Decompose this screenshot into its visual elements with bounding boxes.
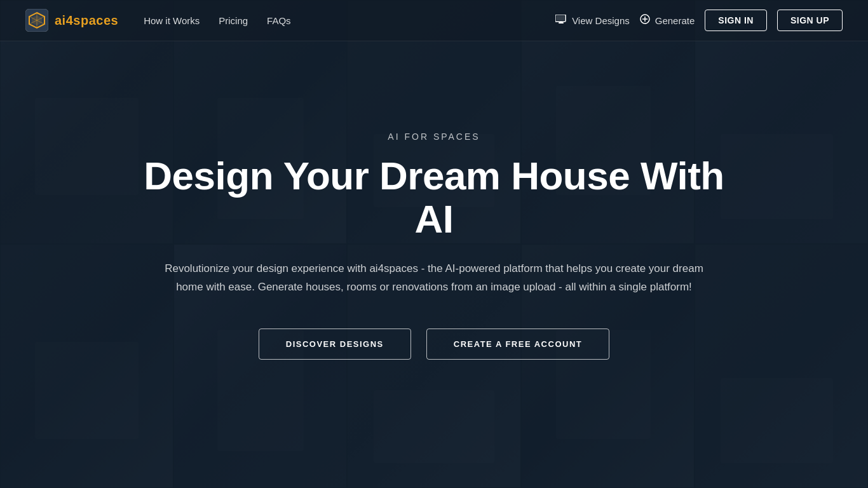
- hero-title: Design Your Dream House With AI: [127, 154, 741, 241]
- generate-icon: [640, 14, 650, 27]
- logo-text: ai4spaces: [55, 13, 118, 28]
- navbar-right: View Designs Generate SIGN IN SIGN UP: [555, 10, 843, 31]
- view-designs-action[interactable]: View Designs: [555, 15, 630, 26]
- nav-link-faqs[interactable]: FAQs: [267, 15, 291, 26]
- hero-description: Revolutionize your design experience wit…: [161, 260, 707, 297]
- svg-rect-7: [557, 16, 564, 20]
- nav-link-pricing[interactable]: Pricing: [219, 15, 248, 26]
- discover-designs-button[interactable]: DISCOVER DESIGNS: [259, 329, 411, 360]
- hero-buttons: DISCOVER DESIGNS CREATE A FREE ACCOUNT: [259, 329, 609, 360]
- logo-icon: [25, 9, 48, 32]
- navbar: ai4spaces How it Works Pricing FAQs View…: [0, 0, 868, 41]
- view-designs-label: View Designs: [572, 15, 630, 26]
- logo-text-4spaces: 4spaces: [66, 13, 118, 27]
- navbar-left: ai4spaces How it Works Pricing FAQs: [25, 9, 291, 32]
- svg-rect-9: [560, 22, 562, 23]
- signin-button[interactable]: SIGN IN: [705, 10, 767, 31]
- generate-action[interactable]: Generate: [640, 14, 695, 27]
- generate-label: Generate: [655, 15, 695, 26]
- logo[interactable]: ai4spaces: [25, 9, 118, 32]
- nav-link-how-it-works[interactable]: How it Works: [144, 15, 200, 26]
- hero-subtitle: AI for SPACES: [388, 132, 480, 142]
- signup-button[interactable]: SIGN UP: [777, 10, 843, 31]
- create-account-button[interactable]: CREATE A FREE ACCOUNT: [426, 329, 609, 360]
- view-designs-icon: [555, 15, 567, 26]
- logo-text-ai: ai: [55, 13, 66, 27]
- nav-links: How it Works Pricing FAQs: [144, 15, 290, 26]
- hero-section: AI for SPACES Design Your Dream House Wi…: [0, 41, 868, 488]
